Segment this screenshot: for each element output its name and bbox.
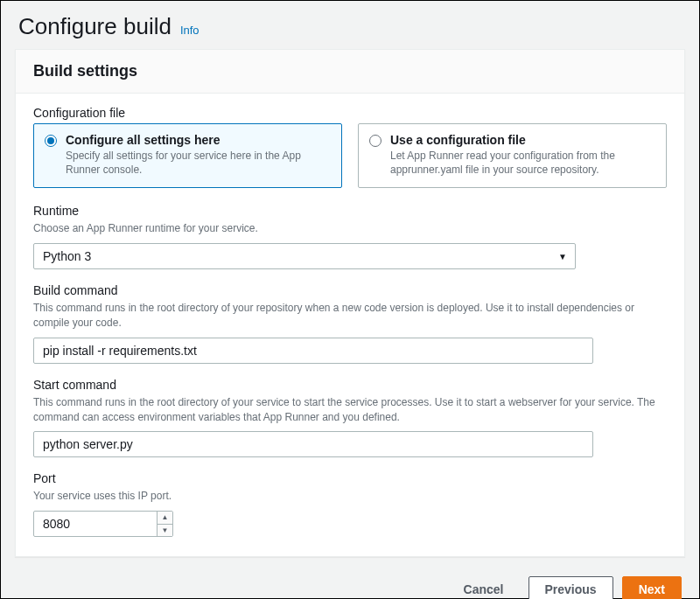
radio-content: Configure all settings here Specify all … bbox=[66, 133, 331, 177]
radio-desc: Specify all settings for your service he… bbox=[66, 149, 331, 177]
start-command-section: Start command This command runs in the r… bbox=[33, 378, 667, 458]
runtime-desc: Choose an App Runner runtime for your se… bbox=[33, 221, 667, 236]
port-label: Port bbox=[33, 471, 667, 485]
port-section: Port Your service uses this IP port. ▲ ▼ bbox=[33, 471, 667, 537]
radio-configure-here[interactable]: Configure all settings here Specify all … bbox=[33, 123, 342, 188]
port-input-wrap: ▲ ▼ bbox=[33, 511, 173, 537]
panel-title: Build settings bbox=[16, 50, 684, 94]
configuration-file-section: Configuration file Configure all setting… bbox=[33, 106, 667, 188]
stepper-up-icon[interactable]: ▲ bbox=[158, 512, 172, 525]
radio-content: Use a configuration file Let App Runner … bbox=[390, 133, 655, 177]
configuration-file-label: Configuration file bbox=[33, 106, 667, 120]
build-settings-panel: Build settings Configuration file Config… bbox=[15, 49, 685, 557]
start-command-desc: This command runs in the root directory … bbox=[33, 395, 667, 425]
build-command-section: Build command This command runs in the r… bbox=[33, 283, 667, 364]
radio-title: Configure all settings here bbox=[66, 133, 331, 147]
port-input[interactable] bbox=[33, 511, 173, 537]
radio-icon bbox=[369, 135, 382, 147]
info-link[interactable]: Info bbox=[180, 24, 200, 37]
stepper-down-icon[interactable]: ▼ bbox=[158, 525, 172, 537]
radio-title: Use a configuration file bbox=[390, 133, 655, 147]
port-desc: Your service uses this IP port. bbox=[33, 489, 667, 504]
radio-icon bbox=[45, 135, 57, 147]
cancel-button[interactable]: Cancel bbox=[448, 577, 520, 599]
page-title: Configure build bbox=[18, 13, 172, 40]
runtime-select-wrap: ▼ bbox=[33, 243, 576, 269]
radio-desc: Let App Runner read your configuration f… bbox=[390, 149, 655, 177]
runtime-label: Runtime bbox=[33, 204, 667, 218]
panel-body: Configuration file Configure all setting… bbox=[16, 94, 684, 556]
previous-button[interactable]: Previous bbox=[528, 576, 613, 599]
next-button[interactable]: Next bbox=[622, 576, 682, 599]
page-container: Configure build Info Build settings Conf… bbox=[0, 0, 700, 599]
start-command-label: Start command bbox=[33, 378, 667, 392]
runtime-section: Runtime Choose an App Runner runtime for… bbox=[33, 204, 667, 269]
page-header: Configure build Info bbox=[1, 1, 699, 49]
wizard-footer: Cancel Previous Next bbox=[1, 566, 699, 599]
build-command-label: Build command bbox=[33, 283, 667, 297]
build-command-input[interactable] bbox=[33, 338, 593, 364]
build-command-desc: This command runs in the root directory … bbox=[33, 301, 667, 331]
radio-use-config-file[interactable]: Use a configuration file Let App Runner … bbox=[358, 123, 667, 188]
port-stepper: ▲ ▼ bbox=[157, 512, 172, 536]
start-command-input[interactable] bbox=[33, 431, 593, 457]
runtime-select[interactable] bbox=[33, 243, 576, 269]
configuration-file-options: Configure all settings here Specify all … bbox=[33, 123, 667, 188]
